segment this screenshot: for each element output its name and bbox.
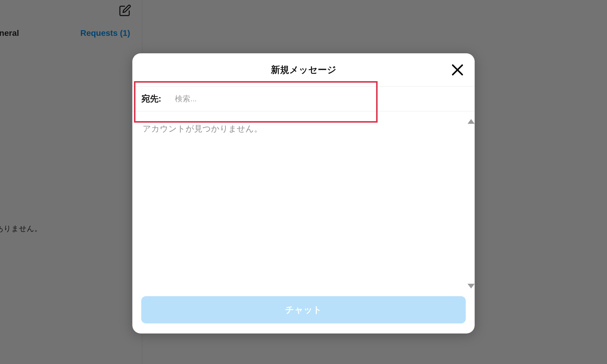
- new-message-modal: 新規メッセージ 宛先: アカウントが見つかりません。 チャット: [132, 53, 475, 333]
- scroll-up-icon[interactable]: [468, 119, 475, 124]
- no-account-found-text: アカウントが見つかりません。: [143, 123, 465, 134]
- to-label: 宛先:: [141, 93, 162, 105]
- recipient-search-input[interactable]: [175, 94, 466, 103]
- to-field-row: 宛先:: [132, 86, 475, 111]
- search-results-area: アカウントが見つかりません。: [132, 111, 475, 296]
- chat-button[interactable]: チャット: [141, 296, 466, 323]
- scroll-down-icon[interactable]: [468, 284, 475, 288]
- modal-title: 新規メッセージ: [271, 64, 336, 76]
- modal-footer: チャット: [132, 296, 475, 333]
- modal-header: 新規メッセージ: [132, 53, 475, 86]
- close-icon[interactable]: [451, 63, 465, 77]
